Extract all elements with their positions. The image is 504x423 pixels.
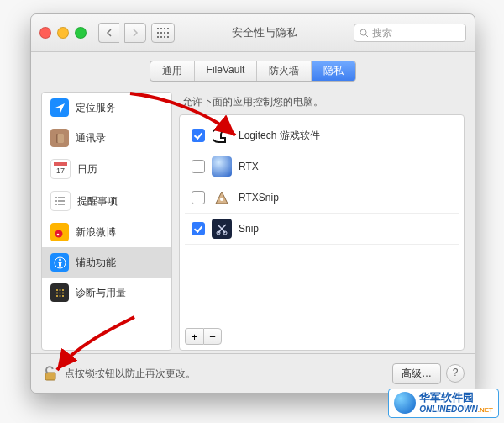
svg-line-13 (365, 34, 368, 37)
hint-text: 允许下面的应用控制您的电脑。 (182, 95, 465, 109)
sidebar-item-reminders[interactable]: 提醒事项 (42, 185, 171, 217)
checkbox-icon[interactable] (192, 191, 205, 204)
svg-point-22 (55, 200, 57, 202)
sidebar-item-label: 新浪微博 (76, 225, 116, 240)
window-title: 安全性与隐私 (175, 25, 354, 40)
svg-rect-3 (167, 28, 169, 29)
watermark-en: ONLINEDOWN (419, 404, 477, 414)
calendar-icon: 17 (50, 159, 71, 179)
advanced-button[interactable]: 高级… (392, 363, 441, 384)
svg-rect-10 (164, 36, 165, 38)
svg-point-21 (55, 197, 57, 198)
app-list-box: Logitech 游戏软件 RTX RTXSnip (179, 114, 465, 351)
svg-rect-1 (160, 28, 162, 29)
tab-segment: 通用 FileVault 防火墙 隐私 (150, 61, 357, 82)
search-input[interactable]: 搜索 (354, 24, 466, 42)
app-name: Logitech 游戏软件 (239, 129, 320, 143)
svg-point-23 (55, 204, 57, 205)
location-arrow-icon (50, 98, 69, 117)
svg-rect-6 (164, 32, 165, 34)
add-remove-buttons: + − (185, 328, 222, 345)
body: 定位服务 通讯录 17 日历 (31, 82, 475, 351)
svg-point-29 (59, 289, 60, 291)
dots-icon (50, 283, 69, 302)
chevron-right-icon (132, 29, 139, 37)
titlebar: 安全性与隐私 搜索 (31, 14, 475, 52)
svg-point-34 (56, 295, 58, 297)
sidebar-item-contacts[interactable]: 通讯录 (42, 123, 171, 153)
svg-rect-16 (54, 162, 67, 166)
app-name: RTXSnip (239, 192, 279, 204)
svg-point-36 (62, 295, 64, 297)
back-button[interactable] (98, 23, 119, 43)
rtxsnip-icon (212, 188, 232, 208)
watermark-cn: 华军软件园 (419, 392, 493, 404)
toolbar-nav (98, 23, 175, 43)
checkbox-icon[interactable] (192, 160, 205, 173)
svg-point-24 (55, 230, 62, 237)
lock-icon[interactable] (41, 364, 60, 383)
sidebar-item-label: 通讯录 (76, 131, 106, 145)
checkbox-icon[interactable] (192, 222, 205, 235)
sidebar-item-label: 辅助功能 (76, 256, 116, 270)
tab-filevault[interactable]: FileVault (195, 61, 258, 81)
app-name: Snip (239, 223, 259, 235)
sidebar-item-label: 定位服务 (76, 101, 116, 115)
sidebar-item-accessibility[interactable]: 辅助功能 (42, 247, 171, 278)
weibo-icon (50, 223, 69, 241)
app-name: RTX (239, 161, 259, 172)
app-row-snip[interactable]: Snip (185, 214, 459, 245)
content-pane: 允许下面的应用控制您的电脑。 Logitech 游戏软件 (179, 92, 465, 351)
app-row-logitech[interactable]: Logitech 游戏软件 (185, 120, 459, 151)
watermark: 华军软件园 ONLINEDOWN.NET (388, 389, 499, 418)
remove-button[interactable]: − (203, 328, 222, 345)
sidebar-item-diagnostics[interactable]: 诊断与用量 (42, 278, 171, 308)
watermark-suffix: .NET (478, 406, 493, 414)
svg-point-33 (62, 292, 64, 293)
traffic-lights (39, 27, 87, 39)
minimize-icon[interactable] (57, 27, 69, 39)
forward-button[interactable] (124, 23, 146, 43)
tab-privacy[interactable]: 隐私 (312, 61, 355, 81)
checkbox-icon[interactable] (192, 129, 205, 142)
svg-rect-5 (160, 32, 162, 34)
sidebar-item-location[interactable]: 定位服务 (42, 93, 171, 123)
sidebar-item-label: 诊断与用量 (76, 286, 126, 300)
svg-rect-11 (167, 36, 169, 38)
svg-point-32 (59, 292, 60, 293)
svg-point-27 (59, 258, 61, 261)
help-button[interactable]: ? (446, 364, 465, 383)
snip-icon (212, 219, 232, 239)
app-list: Logitech 游戏软件 RTX RTXSnip (185, 120, 459, 323)
svg-point-25 (56, 233, 59, 235)
sidebar-item-weibo[interactable]: 新浪微博 (42, 217, 171, 247)
sidebar-item-label: 提醒事项 (77, 194, 118, 209)
svg-point-37 (220, 198, 223, 201)
lock-message: 点按锁按钮以防止再次更改。 (65, 367, 392, 381)
svg-point-35 (59, 295, 60, 297)
svg-rect-8 (157, 36, 159, 38)
sidebar-item-calendar[interactable]: 17 日历 (42, 153, 171, 185)
tab-firewall[interactable]: 防火墙 (257, 61, 312, 81)
privacy-sidebar: 定位服务 通讯录 17 日历 (41, 92, 172, 351)
svg-point-31 (56, 292, 58, 293)
zoom-icon[interactable] (75, 27, 87, 39)
tab-general[interactable]: 通用 (150, 61, 195, 81)
svg-point-12 (360, 29, 366, 35)
svg-rect-15 (57, 134, 64, 143)
search-icon (360, 29, 369, 38)
svg-rect-9 (160, 36, 162, 38)
app-row-rtx[interactable]: RTX (185, 151, 459, 182)
globe-icon (394, 392, 416, 414)
close-icon[interactable] (39, 27, 51, 39)
search-placeholder: 搜索 (372, 26, 392, 40)
show-all-button[interactable] (151, 23, 175, 43)
list-icon (50, 191, 71, 211)
app-row-rtxsnip[interactable]: RTXSnip (185, 182, 459, 214)
chevron-left-icon (106, 29, 113, 37)
svg-rect-0 (157, 28, 159, 29)
add-button[interactable]: + (185, 328, 203, 345)
svg-rect-7 (167, 32, 169, 34)
logitech-icon (212, 125, 232, 145)
svg-text:17: 17 (56, 167, 65, 175)
